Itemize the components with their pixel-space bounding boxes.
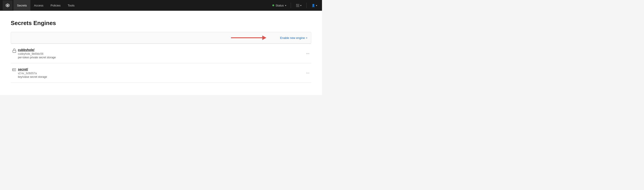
enable-btn-icon: + xyxy=(306,36,308,40)
secret-details: secret/ v2 kv_3cfb557a key/value secret … xyxy=(18,67,311,78)
nav-icon-1: ⬛ xyxy=(296,4,300,7)
secret-meta: v2 kv_3cfb557a xyxy=(18,72,311,75)
nav-secrets[interactable]: Secrets xyxy=(14,0,30,11)
nav-icon-btn-2[interactable]: 👤 ▾ xyxy=(309,0,319,11)
cubbyhole-icon xyxy=(11,48,18,53)
nav-logo[interactable] xyxy=(3,0,12,10)
engine-list: cubbyhole/ cubbyhole_9b69dc56 per-token … xyxy=(11,44,311,83)
enable-new-engine-button[interactable]: Enable new engine + xyxy=(280,36,308,40)
status-chevron: ▾ xyxy=(285,4,286,7)
status-dropdown[interactable]: Status ▾ xyxy=(270,0,288,11)
arrow-head xyxy=(262,36,266,40)
secret-desc: key/value secret storage xyxy=(18,75,311,78)
nav-icon-2-chevron: ▾ xyxy=(316,4,317,7)
nav-icon-2: 👤 xyxy=(312,4,315,7)
nav-tools[interactable]: Tools xyxy=(64,0,78,11)
nav-divider-2 xyxy=(306,3,306,8)
engine-item-secret: secret/ v2 kv_3cfb557a key/value secret … xyxy=(11,63,311,83)
status-dot xyxy=(272,4,274,6)
cubbyhole-meta: cubbyhole_9b69dc56 xyxy=(18,52,311,56)
navbar: Secrets Access Policies Tools Status ▾ ⬛… xyxy=(0,0,322,11)
secret-menu[interactable]: ··· xyxy=(304,70,311,76)
status-label: Status xyxy=(276,4,284,7)
secret-icon xyxy=(11,68,18,72)
nav-items: Secrets Access Policies Tools xyxy=(14,0,270,11)
toolbar: Enable new engine + xyxy=(11,32,311,44)
svg-rect-3 xyxy=(13,50,16,52)
arrow-annotation xyxy=(231,36,266,40)
nav-icon-btn-1[interactable]: ⬛ ▾ xyxy=(294,0,304,11)
nav-divider-1 xyxy=(291,3,291,8)
engine-item-cubbyhole: cubbyhole/ cubbyhole_9b69dc56 per-token … xyxy=(11,44,311,63)
page-title: Secrets Engines xyxy=(11,20,311,26)
main-content: Secrets Engines Enable new engine + cubb… xyxy=(0,11,322,95)
cubbyhole-name[interactable]: cubbyhole/ xyxy=(18,48,34,52)
nav-access[interactable]: Access xyxy=(30,0,47,11)
cubbyhole-desc: per-token private secret storage xyxy=(18,56,311,59)
arrow-line xyxy=(231,37,262,38)
enable-btn-label: Enable new engine xyxy=(280,36,305,40)
secret-name[interactable]: secret/ xyxy=(18,68,28,71)
nav-icon-1-chevron: ▾ xyxy=(300,4,302,7)
nav-policies[interactable]: Policies xyxy=(47,0,64,11)
cubbyhole-menu[interactable]: ··· xyxy=(304,50,311,57)
nav-right: Status ▾ ⬛ ▾ 👤 ▾ xyxy=(270,0,319,11)
cubbyhole-details: cubbyhole/ cubbyhole_9b69dc56 per-token … xyxy=(18,48,311,59)
